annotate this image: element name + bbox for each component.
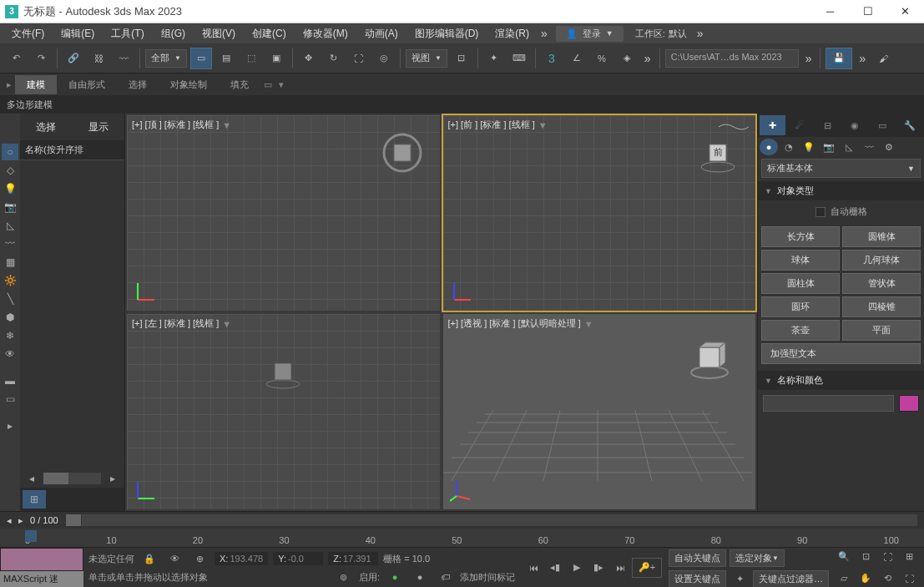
viewport-label[interactable]: [+] [左 ] [标准 ] [线框 ]▼ bbox=[132, 317, 231, 330]
scroll-left-icon[interactable]: ◂ bbox=[23, 470, 40, 487]
workspace-selector[interactable]: 工作区: 默认 bbox=[629, 28, 694, 40]
track-bar-color[interactable] bbox=[0, 548, 83, 571]
next-frame-icon[interactable]: ▸ bbox=[18, 515, 23, 526]
rectangle-region-button[interactable]: ⬚ bbox=[240, 48, 262, 69]
viewport-left[interactable]: [+] [左 ] [标准 ] [线框 ]▼ bbox=[127, 314, 440, 509]
maximize-viewport-button[interactable]: ⛶ bbox=[899, 569, 919, 588]
viewport-label[interactable]: [+] [前 ] [标准 ] [线框 ]▼ bbox=[448, 119, 548, 131]
filter-cameras-icon[interactable]: 📷 bbox=[2, 199, 18, 215]
autogrid-checkbox[interactable] bbox=[815, 207, 826, 217]
select-name-button[interactable]: ▤ bbox=[215, 48, 237, 69]
autokey-button[interactable]: 自动关键点 bbox=[669, 549, 726, 567]
manipulate-button[interactable]: ✦ bbox=[483, 48, 505, 69]
object-name-input[interactable] bbox=[763, 395, 894, 412]
subtab-geometry[interactable]: ● bbox=[760, 139, 778, 155]
set-key-button[interactable]: 🔑+ bbox=[632, 558, 662, 578]
y-coord[interactable]: Y:-0.0 bbox=[273, 552, 323, 565]
subtab-spacewarps[interactable]: 〰 bbox=[860, 139, 878, 155]
play-button[interactable]: ▶ bbox=[567, 558, 587, 578]
menu-animation[interactable]: 动画(A) bbox=[356, 23, 406, 44]
x-coord[interactable]: X:193.478 bbox=[215, 552, 268, 565]
scene-explorer-list[interactable] bbox=[20, 160, 124, 469]
btn-tube[interactable]: 管状体 bbox=[842, 273, 921, 294]
tab-motion[interactable]: ◉ bbox=[841, 115, 867, 135]
filter-frozen-icon[interactable]: ❄ bbox=[2, 327, 18, 344]
isolate-icon[interactable]: 👁 bbox=[164, 549, 184, 569]
shading-menu-icon[interactable]: ▼ bbox=[584, 319, 593, 329]
menu-graph-editor[interactable]: 图形编辑器(D) bbox=[406, 23, 487, 44]
time-slider-handle[interactable] bbox=[65, 514, 82, 527]
filter-bones-icon[interactable]: ╲ bbox=[2, 291, 18, 307]
prev-frame-button[interactable]: ◂▮ bbox=[545, 558, 565, 578]
z-coord[interactable]: Z:17.391 bbox=[328, 552, 378, 565]
shading-menu-icon[interactable]: ▼ bbox=[538, 120, 548, 130]
viewport-front[interactable]: [+] [前 ] [标准 ] [线框 ]▼ 前 bbox=[443, 115, 756, 311]
menu-view[interactable]: 视图(V) bbox=[194, 23, 244, 44]
placement-button[interactable]: ◎ bbox=[373, 48, 395, 69]
goto-start-button[interactable]: ⏮ bbox=[523, 558, 543, 578]
tab-utilities[interactable]: 🔧 bbox=[896, 115, 922, 135]
btn-sphere[interactable]: 球体 bbox=[761, 250, 840, 271]
viewport-top[interactable]: [+] [顶 ] [标准 ] [线框 ]▼ bbox=[127, 115, 440, 311]
ribbon-expand[interactable]: ▸ bbox=[7, 79, 12, 90]
orbit-button[interactable]: ⟲ bbox=[877, 569, 897, 588]
save-button[interactable]: 💾 bbox=[826, 48, 852, 69]
minimize-button[interactable]: ─ bbox=[811, 0, 849, 23]
viewcube[interactable] bbox=[262, 351, 304, 394]
viewcube[interactable] bbox=[381, 132, 423, 174]
window-crossing-button[interactable]: ▣ bbox=[265, 48, 287, 69]
tab-hierarchy[interactable]: ⊟ bbox=[815, 115, 841, 135]
login-button[interactable]: 👤 登录 ▼ bbox=[556, 26, 624, 42]
filter-groups-icon[interactable]: ▦ bbox=[2, 254, 18, 271]
toolbar-overflow-3[interactable]: » bbox=[856, 52, 869, 65]
shading-menu-icon[interactable]: ▼ bbox=[222, 319, 231, 329]
viewport-tools[interactable] bbox=[717, 120, 750, 135]
section-header-name-color[interactable]: ▼ 名称和颜色 bbox=[758, 371, 924, 390]
selection-filter[interactable]: 全部 ▼ bbox=[145, 49, 187, 68]
tab-select[interactable]: 选择 bbox=[36, 120, 56, 134]
horizontal-scrollbar[interactable] bbox=[43, 473, 101, 484]
btn-cylinder[interactable]: 圆柱体 bbox=[761, 273, 840, 294]
zoom-button[interactable]: 🔍 bbox=[834, 547, 854, 567]
next-frame-button[interactable]: ▮▸ bbox=[588, 558, 608, 578]
menu-tools[interactable]: 工具(T) bbox=[103, 23, 152, 44]
viewport-label[interactable]: [+] [顶 ] [标准 ] [线框 ]▼ bbox=[132, 119, 231, 131]
fov-button[interactable]: ▱ bbox=[834, 569, 854, 588]
time-tag-label[interactable]: 添加时间标记 bbox=[460, 571, 515, 584]
expand-icon[interactable]: ▸ bbox=[2, 417, 18, 434]
redo-button[interactable]: ↷ bbox=[30, 48, 52, 69]
menu-file[interactable]: 文件(F) bbox=[3, 23, 53, 44]
tab-modeling[interactable]: 建模 bbox=[15, 75, 57, 94]
filter-hidden-icon[interactable]: 👁 bbox=[2, 346, 18, 362]
spinner-snap-button[interactable]: ◈ bbox=[616, 48, 638, 69]
key-selection-dropdown[interactable]: 选定对象▼ bbox=[730, 549, 785, 567]
select-button[interactable]: ▭ bbox=[190, 48, 212, 69]
prev-frame-icon[interactable]: ◂ bbox=[7, 515, 12, 526]
toolbar-overflow-1[interactable]: » bbox=[641, 52, 654, 65]
menu-modifier[interactable]: 修改器(M) bbox=[295, 23, 356, 44]
tab-freeform[interactable]: 自由形式 bbox=[57, 75, 117, 94]
ribbon-toggle[interactable]: ▭ bbox=[264, 79, 272, 90]
unlink-button[interactable]: ⛓ bbox=[88, 48, 109, 69]
pivot-button[interactable]: ⊡ bbox=[451, 48, 472, 69]
btn-teapot[interactable]: 茶壶 bbox=[761, 320, 840, 341]
time-tag-icon[interactable]: 🏷 bbox=[435, 567, 455, 587]
bind-button[interactable]: 〰 bbox=[113, 48, 134, 69]
time-slider[interactable] bbox=[65, 514, 917, 526]
percent-snap-button[interactable]: % bbox=[591, 48, 613, 69]
subtab-lights[interactable]: 💡 bbox=[800, 139, 818, 155]
filter-geometry-icon[interactable]: ○ bbox=[2, 144, 18, 160]
tab-display[interactable]: 显示 bbox=[88, 120, 109, 134]
menu-overflow[interactable]: » bbox=[538, 27, 551, 40]
filter-lights-icon[interactable]: 💡 bbox=[2, 180, 18, 197]
btn-plane[interactable]: 平面 bbox=[842, 320, 921, 341]
btn-torus[interactable]: 圆环 bbox=[761, 296, 840, 317]
key-filters-button[interactable]: 关键点过滤器… bbox=[753, 570, 829, 588]
filter-containers-icon[interactable]: ⬢ bbox=[2, 309, 18, 326]
snap-toggle[interactable]: 3 bbox=[541, 48, 563, 69]
subtab-systems[interactable]: ⚙ bbox=[880, 139, 898, 155]
zoom-extents-button[interactable]: ⛶ bbox=[877, 547, 897, 567]
current-time-marker[interactable] bbox=[25, 530, 37, 542]
display-none-icon[interactable]: ▭ bbox=[2, 391, 18, 407]
zoom-all-button[interactable]: ⊡ bbox=[856, 547, 876, 567]
